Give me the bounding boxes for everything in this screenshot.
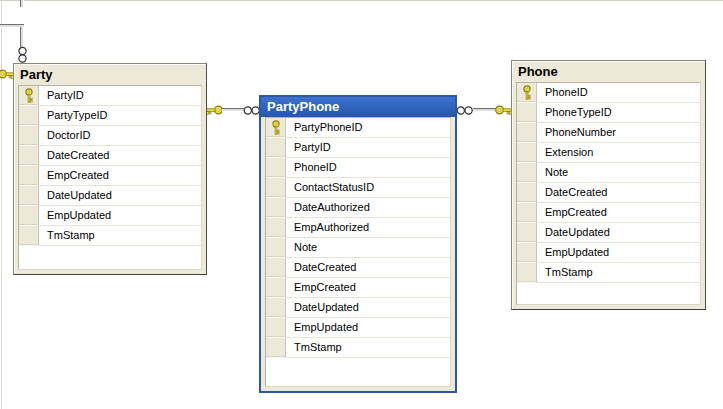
field-name: EmpAuthorized xyxy=(286,218,450,238)
row-header-cell[interactable] xyxy=(517,263,537,283)
field-row[interactable]: PhoneTypeID xyxy=(517,103,700,123)
key-icon[interactable] xyxy=(0,68,14,81)
field-row[interactable]: EmpCreated xyxy=(19,166,201,186)
table-phone[interactable]: Phone PhoneIDPhoneTypeIDPhoneNumberExten… xyxy=(511,60,706,310)
field-name: EmpCreated xyxy=(39,166,201,186)
row-header-cell[interactable] xyxy=(517,183,537,203)
canvas-border-left xyxy=(1,0,2,409)
infinity-icon[interactable] xyxy=(16,46,29,64)
field-name: Note xyxy=(537,163,700,183)
row-header-cell[interactable] xyxy=(19,206,39,226)
primary-key-cell[interactable] xyxy=(517,83,537,103)
canvas-border-top xyxy=(0,0,723,1)
field-row[interactable]: PartyPhoneID xyxy=(266,118,450,138)
field-row[interactable]: PhoneNumber xyxy=(517,123,700,143)
field-name: DoctorID xyxy=(39,126,201,146)
field-row[interactable]: DoctorID xyxy=(19,126,201,146)
field-row[interactable]: TmStamp xyxy=(19,226,201,246)
row-header-cell[interactable] xyxy=(517,143,537,163)
table-title[interactable]: Party xyxy=(14,64,206,85)
row-header-cell[interactable] xyxy=(266,238,286,258)
field-row[interactable]: DateUpdated xyxy=(19,186,201,206)
field-row[interactable]: EmpAuthorized xyxy=(266,218,450,238)
row-header-cell[interactable] xyxy=(517,203,537,223)
row-header-cell[interactable] xyxy=(19,106,39,126)
field-row[interactable]: Extension xyxy=(517,143,700,163)
field-row[interactable]: EmpUpdated xyxy=(266,318,450,338)
row-header-cell[interactable] xyxy=(19,186,39,206)
field-name: ContactStatusID xyxy=(286,178,450,198)
field-row[interactable]: PhoneID xyxy=(266,158,450,178)
row-header-cell[interactable] xyxy=(19,126,39,146)
field-row[interactable]: DateCreated xyxy=(19,146,201,166)
row-header-cell[interactable] xyxy=(19,146,39,166)
field-list: PartyPhoneIDPartyIDPhoneIDContactStatusI… xyxy=(265,117,451,387)
row-header-cell[interactable] xyxy=(517,223,537,243)
table-party[interactable]: Party PartyIDPartyTypeIDDoctorIDDateCrea… xyxy=(13,63,207,275)
row-header-cell[interactable] xyxy=(266,278,286,298)
field-row[interactable]: PhoneID xyxy=(517,83,700,103)
field-name: EmpCreated xyxy=(537,203,700,223)
row-header-cell[interactable] xyxy=(517,123,537,143)
relationship-line-offscreen-top-stub[interactable] xyxy=(20,0,24,7)
field-name: DateCreated xyxy=(39,146,201,166)
field-row[interactable]: EmpUpdated xyxy=(19,206,201,226)
row-header-cell[interactable] xyxy=(266,318,286,338)
primary-key-cell[interactable] xyxy=(19,86,39,106)
field-name: DateUpdated xyxy=(537,223,700,243)
row-header-cell[interactable] xyxy=(517,103,537,123)
field-list: PartyIDPartyTypeIDDoctorIDDateCreatedEmp… xyxy=(18,85,202,270)
field-list: PhoneIDPhoneTypeIDPhoneNumberExtensionNo… xyxy=(516,82,701,305)
field-name: PartyTypeID xyxy=(39,106,201,126)
row-header-cell[interactable] xyxy=(266,218,286,238)
field-name: EmpUpdated xyxy=(39,206,201,226)
field-name: TmStamp xyxy=(286,338,450,358)
row-header-cell[interactable] xyxy=(266,158,286,178)
row-header-cell[interactable] xyxy=(266,298,286,318)
field-row[interactable]: Note xyxy=(266,238,450,258)
field-row[interactable]: DateUpdated xyxy=(517,223,700,243)
key-icon[interactable] xyxy=(206,104,223,117)
diagram-canvas[interactable]: Party PartyIDPartyTypeIDDoctorIDDateCrea… xyxy=(0,0,723,409)
field-row[interactable]: EmpCreated xyxy=(266,278,450,298)
primary-key-cell[interactable] xyxy=(266,118,286,138)
row-header-cell[interactable] xyxy=(266,178,286,198)
relationship-line-to-party-top[interactable] xyxy=(20,27,24,47)
field-row[interactable]: PartyID xyxy=(266,138,450,158)
field-name: PartyID xyxy=(286,138,450,158)
field-name: PhoneID xyxy=(537,83,700,103)
field-name: DateUpdated xyxy=(286,298,450,318)
table-partyphone[interactable]: PartyPhone PartyPhoneIDPartyIDPhoneIDCon… xyxy=(259,95,457,393)
field-name: PhoneTypeID xyxy=(537,103,700,123)
field-name: DateAuthorized xyxy=(286,198,450,218)
primary-key-icon xyxy=(271,120,281,135)
field-row[interactable]: EmpCreated xyxy=(517,203,700,223)
field-row[interactable]: EmpUpdated xyxy=(517,243,700,263)
field-row[interactable]: DateCreated xyxy=(266,258,450,278)
row-header-cell[interactable] xyxy=(266,258,286,278)
field-row[interactable]: ContactStatusID xyxy=(266,178,450,198)
row-header-cell[interactable] xyxy=(517,243,537,263)
field-row[interactable]: DateUpdated xyxy=(266,298,450,318)
field-row[interactable]: DateAuthorized xyxy=(266,198,450,218)
field-name: EmpCreated xyxy=(286,278,450,298)
field-row[interactable]: TmStamp xyxy=(517,263,700,283)
row-header-cell[interactable] xyxy=(517,163,537,183)
row-header-cell[interactable] xyxy=(266,338,286,358)
field-row[interactable]: DateCreated xyxy=(517,183,700,203)
field-row[interactable]: PartyID xyxy=(19,86,201,106)
table-title[interactable]: PartyPhone xyxy=(261,97,455,117)
row-header-cell[interactable] xyxy=(266,198,286,218)
field-row[interactable]: Note xyxy=(517,163,700,183)
table-title[interactable]: Phone xyxy=(512,61,705,82)
field-row[interactable]: TmStamp xyxy=(266,338,450,358)
row-header-cell[interactable] xyxy=(19,166,39,186)
row-header-cell[interactable] xyxy=(266,138,286,158)
field-row[interactable]: PartyTypeID xyxy=(19,106,201,126)
field-name: Note xyxy=(286,238,450,258)
relationship-line-party-partyphone[interactable] xyxy=(222,108,244,112)
infinity-icon[interactable] xyxy=(456,104,474,117)
relationship-line-partyphone-phone[interactable] xyxy=(473,108,496,112)
row-header-cell[interactable] xyxy=(19,226,39,246)
key-icon[interactable] xyxy=(495,104,512,117)
